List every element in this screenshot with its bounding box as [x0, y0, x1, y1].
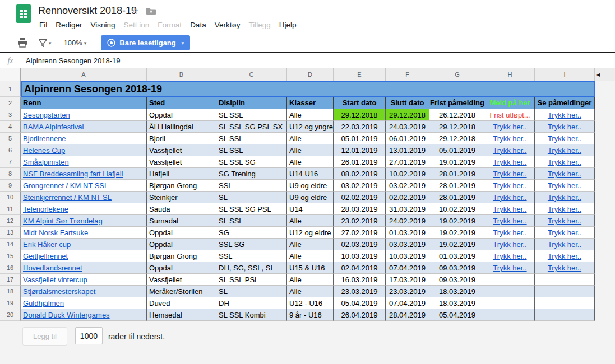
cell-disiplin[interactable]: SL SSL [216, 144, 287, 156]
cell-start-dato[interactable]: 12.01.2019 [334, 144, 386, 156]
cell-se-pameldinger[interactable] [535, 274, 595, 286]
cell-start-dato[interactable]: 03.02.2019 [334, 180, 386, 192]
se-pameldinger-link[interactable]: Trykk her.. [548, 252, 581, 260]
column-header-f[interactable]: F [386, 68, 429, 81]
renn-link[interactable]: Erik Håker cup [23, 240, 71, 249]
cell-klasser[interactable]: Alle [287, 109, 334, 121]
cell-klasser[interactable]: Alle [287, 286, 334, 297]
row-number[interactable]: 20 [0, 309, 21, 321]
meld-pa-link[interactable]: Trykk her.. [493, 123, 526, 131]
cell-slutt-dato[interactable]: 27.01.2019 [386, 156, 429, 168]
se-pameldinger-link[interactable]: Trykk her.. [548, 228, 581, 237]
cell-slutt-dato[interactable]: 03.02.2019 [386, 180, 429, 192]
cell-meld-pa-her[interactable] [485, 274, 535, 286]
cell-sted[interactable]: Vassfjellet [147, 156, 216, 168]
meld-pa-link[interactable]: Trykk her.. [493, 252, 526, 260]
print-icon[interactable] [17, 38, 27, 48]
cell-slutt-dato[interactable]: 06.01.2019 [386, 133, 429, 144]
menu-hjelp[interactable]: Hjelp [279, 21, 297, 29]
cell-se-pameldinger[interactable]: Trykk her.. [535, 156, 595, 168]
meld-pa-link[interactable]: Trykk her.. [493, 134, 526, 143]
meld-pa-link[interactable]: Trykk her.. [493, 240, 526, 249]
cell-slutt-dato[interactable]: 10.02.2019 [386, 168, 429, 180]
cell-renn[interactable]: Midt Norsk Fartsuke [21, 227, 147, 239]
column-header-h[interactable]: H [485, 68, 535, 81]
menu-visning[interactable]: Visning [91, 21, 115, 29]
cell-renn[interactable]: Steinkjerrennet / KM NT SL [21, 192, 147, 203]
cell-meld-pa-her[interactable] [485, 297, 535, 309]
row-number[interactable]: 9 [0, 180, 21, 192]
cell-renn[interactable]: Helenes Cup [21, 144, 147, 156]
cell-se-pameldinger[interactable]: Trykk her.. [535, 262, 595, 274]
cell-klasser[interactable]: U14 U16 [287, 168, 334, 180]
cell-frist-pamelding[interactable]: 18.03.2019 [429, 297, 485, 309]
move-to-folder-icon[interactable] [146, 7, 156, 17]
header-klasser[interactable]: Klasser [287, 97, 334, 109]
se-pameldinger-link[interactable]: Trykk her.. [548, 181, 581, 190]
cell-klasser[interactable]: Alle [287, 144, 334, 156]
se-pameldinger-link[interactable]: Trykk her.. [548, 193, 581, 202]
cell-se-pameldinger[interactable]: Trykk her.. [535, 239, 595, 250]
cell-sted[interactable]: Surnadal [147, 215, 216, 227]
cell-frist-pamelding[interactable]: 01.03.2019 [429, 250, 485, 262]
cell-sted[interactable]: Sauda [147, 203, 216, 215]
cell-se-pameldinger[interactable] [535, 297, 595, 309]
row-number[interactable]: 17 [0, 274, 21, 286]
header-slutt-dato[interactable]: Slutt dato [386, 97, 429, 109]
cell-meld-pa-her[interactable]: Trykk her.. [485, 156, 535, 168]
meld-pa-link[interactable]: Trykk her.. [493, 193, 526, 202]
cell-frist-pamelding[interactable]: 09.03.2019 [429, 262, 485, 274]
cell-meld-pa-her[interactable]: Trykk her.. [485, 262, 535, 274]
meld-pa-link[interactable]: Trykk her.. [493, 158, 526, 166]
se-pameldinger-link[interactable]: Trykk her.. [548, 158, 581, 166]
cell-start-dato[interactable]: 02.04.2019 [334, 262, 386, 274]
cell-sted[interactable]: Vassfjellet [147, 274, 216, 286]
cell-renn[interactable]: Hovedlandsrennet [21, 262, 147, 274]
renn-link[interactable]: Guldhjälmen [23, 299, 64, 307]
menu-fil[interactable]: Fil [39, 21, 47, 29]
renn-link[interactable]: Hovedlandsrennet [23, 264, 82, 272]
cell-frist-pamelding[interactable]: 19.01.2019 [429, 156, 485, 168]
cell-start-dato[interactable]: 27.02.2019 [334, 227, 386, 239]
cell-disiplin[interactable]: SL SSL [216, 215, 287, 227]
header-disiplin[interactable]: Disiplin [216, 97, 287, 109]
row-number[interactable]: 8 [0, 168, 21, 180]
cell-slutt-dato[interactable]: 13.01.2019 [386, 144, 429, 156]
cell-renn[interactable]: Geitfjellrennet [21, 250, 147, 262]
cell-se-pameldinger[interactable]: Trykk her.. [535, 180, 595, 192]
cell-sted[interactable]: Oppdal [147, 239, 216, 250]
meld-pa-link[interactable]: Trykk her.. [493, 170, 526, 178]
cell-frist-pamelding[interactable]: 19.02.2019 [429, 215, 485, 227]
cell-se-pameldinger[interactable]: Trykk her.. [535, 227, 595, 239]
cell-sted[interactable]: Bjørgan Grong [147, 250, 216, 262]
cell-meld-pa-her[interactable] [485, 286, 535, 297]
cell-start-dato[interactable]: 26.04.2019 [334, 309, 386, 321]
cell-frist-pamelding[interactable]: 26.12.2018 [429, 109, 485, 121]
row-number[interactable]: 11 [0, 203, 21, 215]
cell-frist-pamelding[interactable]: 10.02.2019 [429, 203, 485, 215]
cell-renn[interactable]: Erik Håker cup [21, 239, 147, 250]
cell-disiplin[interactable]: DH, SG, SSL, SL [216, 262, 287, 274]
add-rows-button[interactable]: Legg til [22, 327, 67, 346]
renn-link[interactable]: Steinkjerrennet / KM NT SL [23, 193, 112, 202]
cell-renn[interactable]: Småalpinisten [21, 156, 147, 168]
cell-sted[interactable]: Hafjell [147, 168, 216, 180]
renn-link[interactable]: Geitfjellrennet [23, 252, 68, 260]
meld-pa-link[interactable]: Trykk her.. [493, 181, 526, 190]
cell-start-dato[interactable]: 10.03.2019 [334, 250, 386, 262]
se-pameldinger-link[interactable]: Trykk her.. [548, 123, 581, 131]
row-number[interactable]: 12 [0, 215, 21, 227]
cell-disiplin[interactable]: SL [216, 192, 287, 203]
menu-tillegg[interactable]: Tillegg [248, 21, 270, 29]
cell-start-dato[interactable]: 23.02.2019 [334, 215, 386, 227]
cell-disiplin[interactable]: SSL [216, 250, 287, 262]
cell-disiplin[interactable]: SL SSL SG PSL SX [216, 121, 287, 133]
cell-klasser[interactable]: 9 år - U16 [287, 309, 334, 321]
cell-frist-pamelding[interactable]: 29.12.2018 [429, 133, 485, 144]
cell-sted[interactable]: Meråker/Storlien [147, 286, 216, 297]
column-header-d[interactable]: D [287, 68, 334, 81]
rows-count-input[interactable] [75, 327, 103, 344]
cell-disiplin[interactable]: SL SSL PSL [216, 274, 287, 286]
cell-meld-pa-her[interactable]: Trykk her.. [485, 121, 535, 133]
cell-klasser[interactable]: U15 & U16 [287, 262, 334, 274]
